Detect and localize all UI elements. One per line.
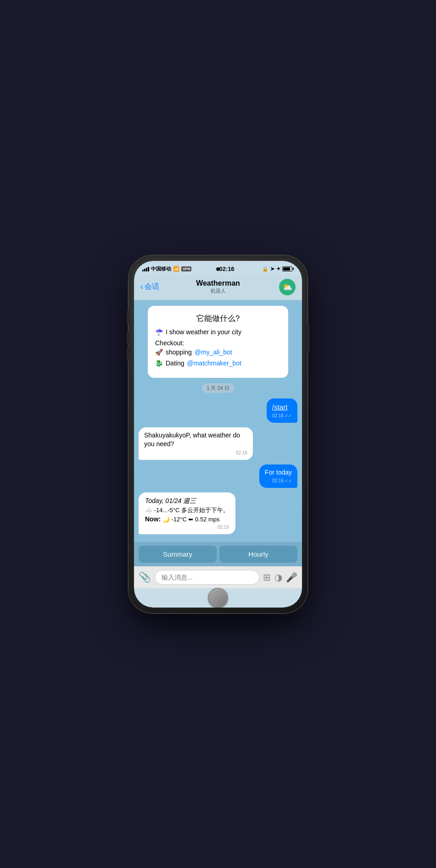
reply1-meta: 02:16	[144, 450, 247, 456]
bot-link1-handle[interactable]: @my_ali_bot	[195, 348, 232, 356]
input-bar: 📎 ⊞ ◑ 🎤	[134, 566, 302, 588]
status-time: 02:16	[219, 265, 235, 272]
nav-back-label: 会话	[145, 282, 159, 292]
nav-title: Weatherman	[179, 279, 257, 287]
summary-button[interactable]: Summary	[139, 546, 217, 563]
status-right: 🔒 ➤ ✦	[262, 266, 294, 272]
dragon-icon: 🐉	[155, 359, 163, 367]
fortoday-text: For today	[265, 468, 292, 477]
fortoday-meta: 02:16 ✓✓	[265, 478, 292, 484]
nav-bar: ‹ 会话 Weatherman 机器人 ⛅	[134, 275, 302, 300]
signal-bars	[142, 266, 149, 271]
bluetooth-icon: ✦	[276, 266, 280, 272]
bot-link1-line: 🚀 shopping @my_ali_bot	[155, 348, 281, 356]
umbrella-icon: ☂️	[155, 328, 163, 336]
bot-link2-line: 🐉 Dating @matchmaker_bot	[155, 359, 281, 367]
nav-subtitle: 机器人	[179, 287, 257, 294]
signal-bar-3	[146, 268, 147, 271]
back-chevron-icon: ‹	[140, 282, 143, 292]
hourly-button[interactable]: Hourly	[219, 546, 297, 563]
bubble-start: /start 02:16 ✓✓	[267, 398, 297, 423]
lock-icon: 🔒	[262, 266, 268, 272]
bubble-fortoday: For today 02:16 ✓✓	[259, 464, 297, 488]
nav-center: Weatherman 机器人	[179, 279, 257, 294]
attach-icon[interactable]: 📎	[139, 571, 151, 583]
status-left: 中国移动 📶 VPN	[142, 265, 191, 272]
start-ticks: ✓✓	[285, 413, 292, 419]
phone-inner: 中国移动 📶 VPN 02:16 🔒 ➤ ✦	[134, 261, 302, 608]
weather-now-detail: 🌙 -12°C ⬅ 0.52 mps	[162, 516, 220, 523]
date-badge: 1 月 24 日	[202, 383, 234, 393]
message-row-fortoday: For today 02:16 ✓✓	[139, 464, 297, 488]
weather-temp-line: ☁️ -14...-5°C 多云开始于下午。	[145, 506, 229, 514]
date-separator: 1 月 24 日	[139, 383, 297, 393]
chat-area: 它能做什么? ☂️ I show weather in your city Ch…	[134, 300, 302, 542]
home-area	[134, 588, 302, 608]
rocket-icon: 🚀	[155, 348, 163, 356]
vpn-badge: VPN	[181, 266, 191, 271]
weather-now-line: Now: 🌙 -12°C ⬅ 0.52 mps	[145, 515, 229, 523]
weather-bubble: Today, 01/24 週三 ☁️ -14...-5°C 多云开始于下午。 N…	[139, 492, 235, 534]
bot-avatar: ⛅	[279, 279, 296, 295]
fortoday-ticks: ✓✓	[285, 478, 292, 484]
start-time: 02:16	[272, 413, 284, 419]
bot-intro-card: 它能做什么? ☂️ I show weather in your city Ch…	[148, 306, 288, 378]
message-input[interactable]	[155, 570, 259, 585]
message-row-weather: Today, 01/24 週三 ☁️ -14...-5°C 多云开始于下午。 N…	[139, 492, 297, 534]
wifi-icon: 📶	[173, 266, 179, 272]
nav-back-button[interactable]: ‹ 会话	[140, 282, 179, 292]
reply1-text: ShakuyakukyoP, what weather do you need?	[144, 431, 247, 449]
weather-meta: 02:16	[145, 525, 229, 530]
bot-intro-text1: I show weather in your city	[166, 328, 241, 336]
nav-avatar-container[interactable]: ⛅	[257, 279, 296, 295]
sticker-icon[interactable]: ◑	[274, 572, 282, 583]
phone-frame: 中国移动 📶 VPN 02:16 🔒 ➤ ✦	[129, 255, 307, 613]
avatar-emoji: ⛅	[282, 282, 292, 292]
battery-icon	[282, 266, 294, 271]
screen: 中国移动 📶 VPN 02:16 🔒 ➤ ✦	[134, 261, 302, 608]
quick-reply-bar: Summary Hourly	[134, 542, 302, 566]
location-icon: ➤	[270, 266, 274, 272]
message-row-start: /start 02:16 ✓✓	[139, 398, 297, 423]
microphone-icon[interactable]: 🎤	[286, 572, 297, 583]
fortoday-time: 02:16	[272, 478, 284, 484]
bot-intro-title: 它能做什么?	[155, 313, 281, 324]
weather-time: 02:16	[218, 525, 229, 530]
weather-date-line: Today, 01/24 週三	[145, 497, 229, 505]
bubble-start-meta: 02:16 ✓✓	[272, 413, 292, 419]
signal-bar-4	[148, 267, 149, 271]
bot-link2-handle[interactable]: @matchmaker_bot	[187, 359, 241, 367]
signal-bar-2	[144, 269, 145, 271]
message-row-reply1: ShakuyakukyoP, what weather do you need?…	[139, 427, 297, 460]
home-button[interactable]	[208, 588, 228, 608]
bot-link2-text: Dating	[166, 359, 184, 367]
weather-now-bold: Now:	[145, 515, 161, 523]
bot-intro-line1: ☂️ I show weather in your city	[155, 328, 281, 336]
emoji-keyboard-icon[interactable]: ⊞	[263, 572, 271, 583]
signal-bar-1	[142, 270, 144, 271]
carrier-name: 中国移动	[151, 265, 171, 272]
start-command-text: /start	[272, 402, 287, 412]
bot-checkout-label: Checkout:	[155, 339, 281, 347]
bubble-reply1: ShakuyakukyoP, what weather do you need?…	[139, 427, 253, 460]
bot-link1-text: shopping	[166, 348, 192, 356]
reply1-time: 02:16	[236, 450, 247, 456]
camera-notch	[216, 267, 220, 271]
